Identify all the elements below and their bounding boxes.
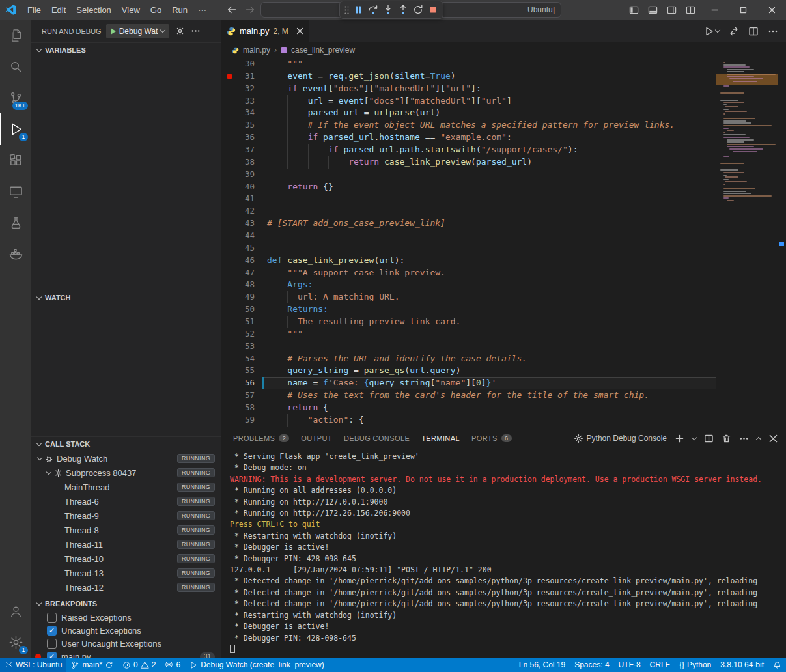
panel-more-actions-icon[interactable] — [739, 434, 749, 443]
problems-item[interactable]: 0 2 — [118, 658, 160, 672]
gutter-cell[interactable]: 36 — [221, 132, 264, 144]
callstack-item-thread-10[interactable]: Thread-10RUNNING — [31, 552, 221, 566]
close-button[interactable] — [757, 0, 786, 20]
encoding-item[interactable]: UTF-8 — [614, 658, 645, 672]
code-line[interactable]: 34 parsed_url = urlparse(url) — [221, 107, 716, 119]
checkbox[interactable]: ✓ — [47, 626, 57, 636]
minimap[interactable] — [716, 58, 778, 427]
activity-docker[interactable] — [0, 238, 31, 270]
gutter-cell[interactable]: 52 — [221, 328, 264, 341]
restart-button[interactable] — [410, 3, 425, 17]
code-line[interactable]: 51 The resulting preview link card. — [221, 316, 716, 328]
code-line[interactable]: 30 """ — [221, 58, 716, 70]
gutter-cell[interactable]: 32 — [221, 83, 264, 95]
activity-extensions[interactable] — [0, 145, 31, 176]
callstack-item-thread-8[interactable]: Thread-8RUNNING — [31, 523, 221, 537]
callstack-item-mainthread[interactable]: MainThreadRUNNING — [31, 480, 221, 494]
checkbox[interactable] — [47, 639, 57, 649]
launch-config-dropdown[interactable]: Debug Wat — [106, 24, 170, 38]
notifications-item[interactable] — [768, 658, 786, 672]
code-line[interactable]: 37 if parsed_url.path.startswith("/suppo… — [221, 144, 716, 156]
code-line[interactable]: 48 Args: — [221, 279, 716, 291]
split-editor-icon[interactable] — [748, 26, 759, 36]
code-line[interactable]: 59 "action": { — [221, 414, 716, 427]
variables-header[interactable]: VARIABLES — [31, 43, 221, 57]
activity-source-control[interactable]: 1K+ — [0, 82, 31, 113]
breadcrumb-file[interactable]: main.py — [243, 46, 270, 55]
configure-gear-icon[interactable] — [175, 26, 185, 36]
maximize-panel-icon[interactable] — [756, 436, 761, 441]
split-terminal-icon[interactable] — [704, 434, 714, 443]
gutter-cell[interactable]: 44 — [221, 230, 264, 242]
gutter-cell[interactable]: 53 — [221, 341, 264, 353]
breakpoint-item-raised-exceptions[interactable]: Raised Exceptions — [31, 611, 221, 624]
callstack-item-thread-12[interactable]: Thread-12RUNNING — [31, 580, 221, 595]
menu-file[interactable]: File — [22, 5, 46, 15]
code-line[interactable]: 49 url: A matching URL. — [221, 291, 716, 303]
gutter-cell[interactable]: 49 — [221, 291, 264, 303]
code-line[interactable]: 31 event = req.get_json(silent=True) — [221, 70, 716, 83]
code-line[interactable]: 39 — [221, 169, 716, 181]
breakpoint-item-main-py[interactable]: ✓main.py31 — [31, 650, 221, 658]
breakpoint-item-uncaught-exceptions[interactable]: ✓Uncaught Exceptions — [31, 624, 221, 637]
code-line[interactable]: 42 — [221, 205, 716, 217]
code-line[interactable]: 54 # Parses the URL and identify the cas… — [221, 353, 716, 365]
gutter-cell[interactable]: 56 — [221, 377, 264, 389]
gutter-cell[interactable]: 34 — [221, 107, 264, 119]
customize-layout-icon[interactable] — [681, 0, 700, 20]
code-line[interactable]: 47 """A support case link preview. — [221, 267, 716, 279]
code-line[interactable]: 58 return { — [221, 402, 716, 414]
gutter-cell[interactable]: 39 — [221, 169, 264, 181]
callstack-item-debug-watch[interactable]: Debug WatchRUNNING — [31, 451, 221, 466]
code-line[interactable]: 32 if event["docs"]["matchedUrl"]["url"]… — [221, 83, 716, 95]
indentation-item[interactable]: Spaces: 4 — [570, 658, 613, 672]
gutter-cell[interactable]: 55 — [221, 365, 264, 377]
activity-accounts[interactable] — [0, 595, 31, 626]
panel-tab-terminal[interactable]: TERMINAL — [421, 427, 460, 449]
code-editor[interactable]: 30 """31 event = req.get_json(silent=Tru… — [221, 58, 786, 427]
code-line[interactable]: 45 — [221, 242, 716, 255]
gutter-cell[interactable]: 38 — [221, 156, 264, 169]
breakpoints-header[interactable]: BREAKPOINTS — [31, 596, 221, 611]
terminal-picker[interactable]: Python Debug Console — [587, 434, 667, 443]
breakpoint-item-user-uncaught-exceptions[interactable]: User Uncaught Exceptions — [31, 637, 221, 650]
gutter-cell[interactable]: 41 — [221, 193, 264, 205]
run-python-file-button[interactable] — [704, 26, 720, 36]
gutter-cell[interactable]: 54 — [221, 353, 264, 365]
gutter-cell[interactable]: 33 — [221, 95, 264, 107]
tab-main-py[interactable]: main.py 2, M — [221, 20, 309, 42]
code-line[interactable]: 56 name = f'Case: {query_string["name"][… — [221, 377, 716, 389]
code-line[interactable]: 38 return case_link_preview(parsed_url) — [221, 156, 716, 169]
activity-settings[interactable]: 1 — [0, 626, 31, 658]
activity-run-and-debug[interactable]: 1 — [0, 113, 31, 145]
callstack-item-thread-9[interactable]: Thread-9RUNNING — [31, 509, 221, 523]
code-line[interactable]: 55 query_string = parse_qs(url.query) — [221, 365, 716, 377]
eol-item[interactable]: CRLF — [645, 658, 675, 672]
callstack-item-subprocess-80437[interactable]: Subprocess 80437RUNNING — [31, 466, 221, 480]
menu-selection[interactable]: Selection — [71, 5, 116, 15]
checkbox[interactable] — [47, 613, 57, 623]
menu-go[interactable]: Go — [145, 5, 167, 15]
gutter-cell[interactable]: 45 — [221, 242, 264, 255]
step-out-button[interactable] — [395, 3, 410, 17]
gutter-cell[interactable]: 30 — [221, 58, 264, 70]
minimize-button[interactable] — [700, 0, 729, 20]
toggle-secondary-sidebar-icon[interactable] — [662, 0, 681, 20]
code-line[interactable]: 43# [START add_ons_case_preview_link] — [221, 217, 716, 230]
gutter-cell[interactable]: 47 — [221, 267, 264, 279]
stop-button[interactable] — [425, 3, 440, 17]
close-panel-icon[interactable] — [768, 434, 778, 443]
toggle-panel-icon[interactable] — [643, 0, 662, 20]
language-item[interactable]: {} Python — [675, 658, 716, 672]
watch-header[interactable]: WATCH — [31, 290, 221, 305]
menu-run[interactable]: Run — [167, 5, 193, 15]
debug-status-item[interactable]: Debug Watch (create_link_preview) — [185, 658, 329, 672]
git-branch-item[interactable]: main* — [66, 658, 118, 672]
call-stack-header[interactable]: CALL STACK — [31, 437, 221, 451]
go-forward-icon[interactable] — [245, 5, 255, 15]
callstack-item-thread-11[interactable]: Thread-11RUNNING — [31, 537, 221, 552]
step-into-button[interactable] — [380, 3, 395, 17]
gutter-cell[interactable]: 40 — [221, 181, 264, 193]
gutter-cell[interactable]: 51 — [221, 316, 264, 328]
gutter-cell[interactable]: 50 — [221, 303, 264, 316]
